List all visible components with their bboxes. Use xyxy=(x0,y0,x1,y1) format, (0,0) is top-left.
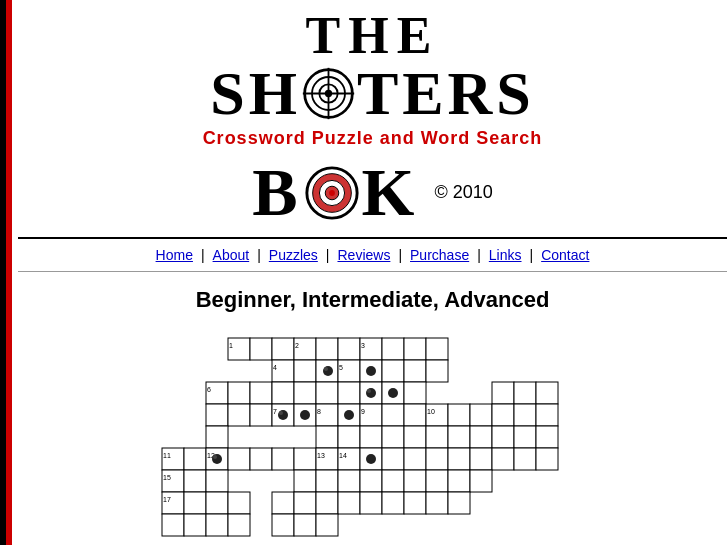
svg-rect-17 xyxy=(316,338,338,360)
target-icon xyxy=(302,163,362,223)
svg-rect-42 xyxy=(294,382,316,404)
svg-rect-90 xyxy=(492,426,514,448)
svg-text:2: 2 xyxy=(295,342,299,349)
svg-rect-18 xyxy=(338,338,360,360)
svg-point-59 xyxy=(278,410,288,420)
subtitle: Crossword Puzzle and Word Search xyxy=(18,128,727,149)
svg-rect-14 xyxy=(272,338,294,360)
title-book: B K xyxy=(252,153,418,232)
svg-point-62 xyxy=(300,410,310,420)
svg-rect-74 xyxy=(470,404,492,426)
title-book-row: B K © 2010 xyxy=(18,153,727,232)
svg-text:1: 1 xyxy=(229,342,233,349)
nav-purchase[interactable]: Purchase xyxy=(410,247,469,263)
nav-bar: Home | About | Puzzles | Reviews | Purch… xyxy=(18,239,727,272)
svg-rect-127 xyxy=(338,470,360,492)
svg-rect-147 xyxy=(382,492,404,514)
title-the: THE xyxy=(18,10,727,62)
svg-rect-77 xyxy=(536,404,558,426)
svg-point-29 xyxy=(324,367,328,371)
svg-rect-145 xyxy=(338,492,360,514)
svg-rect-70 xyxy=(404,404,426,426)
page-body: Beginner, Intermediate, Advanced 1 2 xyxy=(18,272,727,545)
svg-rect-56 xyxy=(250,404,272,426)
page-heading: Beginner, Intermediate, Advanced xyxy=(38,287,707,313)
svg-rect-133 xyxy=(470,470,492,492)
svg-rect-148 xyxy=(404,492,426,514)
svg-rect-26 xyxy=(294,360,316,382)
title-sh: SH xyxy=(210,62,301,124)
svg-rect-88 xyxy=(448,426,470,448)
svg-rect-131 xyxy=(426,470,448,492)
svg-rect-117 xyxy=(536,448,558,470)
svg-rect-13 xyxy=(250,338,272,360)
nav-links[interactable]: Links xyxy=(489,247,522,263)
svg-rect-55 xyxy=(228,404,250,426)
svg-rect-136 xyxy=(184,492,206,514)
svg-rect-41 xyxy=(272,382,294,404)
nav-sep-4: | xyxy=(398,247,402,263)
svg-text:11: 11 xyxy=(163,452,171,459)
border-stripe-white xyxy=(12,0,18,545)
svg-rect-51 xyxy=(492,382,514,404)
main-content: THE SH TERS Crossword Puzzle and Word Se… xyxy=(18,0,727,545)
svg-rect-111 xyxy=(404,448,426,470)
svg-rect-143 xyxy=(294,492,316,514)
svg-rect-101 xyxy=(250,448,272,470)
svg-point-46 xyxy=(366,388,376,398)
nav-sep-6: | xyxy=(530,247,534,263)
page-wrapper: THE SH TERS Crossword Puzzle and Word Se… xyxy=(0,0,727,545)
svg-rect-78 xyxy=(206,426,228,448)
svg-rect-81 xyxy=(316,426,338,448)
nav-puzzles[interactable]: Puzzles xyxy=(269,247,318,263)
nav-home[interactable]: Home xyxy=(156,247,193,263)
svg-rect-86 xyxy=(404,426,426,448)
svg-text:8: 8 xyxy=(317,408,321,415)
svg-point-109 xyxy=(366,454,376,464)
svg-rect-44 xyxy=(338,382,360,404)
svg-rect-137 xyxy=(206,492,228,514)
svg-point-99 xyxy=(213,455,217,459)
svg-rect-157 xyxy=(316,514,338,536)
svg-rect-95 xyxy=(184,448,206,470)
svg-rect-91 xyxy=(514,426,536,448)
crossword-grid: 1 2 3 4 xyxy=(143,328,603,545)
svg-rect-103 xyxy=(294,448,316,470)
svg-rect-43 xyxy=(316,382,338,404)
svg-rect-150 xyxy=(448,492,470,514)
svg-rect-110 xyxy=(382,448,404,470)
svg-rect-21 xyxy=(382,338,404,360)
header: THE SH TERS Crossword Puzzle and Word Se… xyxy=(18,0,727,239)
svg-rect-35 xyxy=(404,360,426,382)
svg-rect-69 xyxy=(382,404,404,426)
svg-rect-114 xyxy=(470,448,492,470)
nav-about[interactable]: About xyxy=(213,247,250,263)
svg-rect-153 xyxy=(206,514,228,536)
svg-text:13: 13 xyxy=(317,452,325,459)
svg-rect-144 xyxy=(316,492,338,514)
svg-text:7: 7 xyxy=(273,408,277,415)
svg-rect-82 xyxy=(338,426,360,448)
svg-text:6: 6 xyxy=(207,386,211,393)
svg-rect-85 xyxy=(382,426,404,448)
nav-reviews[interactable]: Reviews xyxy=(337,247,390,263)
copyright: © 2010 xyxy=(434,182,492,203)
svg-rect-141 xyxy=(272,492,294,514)
svg-rect-50 xyxy=(404,382,426,404)
svg-rect-130 xyxy=(404,470,426,492)
nav-contact[interactable]: Contact xyxy=(541,247,589,263)
svg-point-47 xyxy=(367,389,371,393)
nav-sep-5: | xyxy=(477,247,481,263)
svg-point-33 xyxy=(366,366,376,376)
svg-rect-125 xyxy=(316,470,338,492)
svg-text:10: 10 xyxy=(427,408,435,415)
svg-rect-34 xyxy=(382,360,404,382)
svg-point-60 xyxy=(279,411,283,415)
svg-point-49 xyxy=(388,388,398,398)
svg-rect-53 xyxy=(536,382,558,404)
svg-rect-112 xyxy=(426,448,448,470)
svg-rect-156 xyxy=(294,514,316,536)
crossword-container: 1 2 3 4 xyxy=(38,328,707,545)
svg-rect-89 xyxy=(470,426,492,448)
svg-rect-138 xyxy=(228,492,250,514)
